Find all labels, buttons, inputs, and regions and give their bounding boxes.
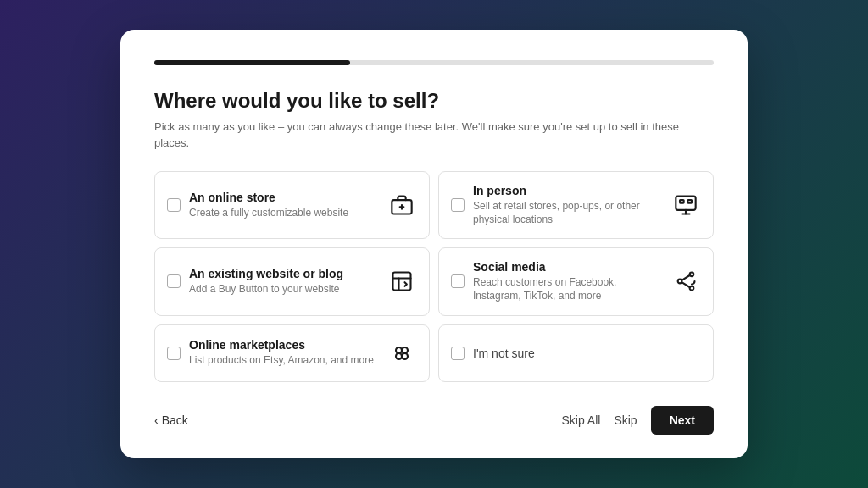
- svg-rect-8: [393, 273, 411, 291]
- option-online-store-desc: Create a fully customizable website: [189, 206, 378, 219]
- buy-button-icon: [387, 266, 417, 297]
- next-button[interactable]: Next: [651, 406, 714, 435]
- svg-rect-6: [680, 200, 684, 203]
- option-not-sure-label: I'm not sure: [473, 347, 535, 360]
- options-grid: An online store Create a fully customiza…: [154, 171, 714, 382]
- social-icon: [670, 266, 701, 297]
- footer-right: Skip All Skip Next: [561, 406, 714, 435]
- option-marketplaces-desc: List products on Etsy, Amazon, and more: [189, 353, 378, 367]
- progress-bar-container: [154, 60, 714, 65]
- pos-icon: [670, 190, 701, 220]
- page-subtitle: Pick as many as you like – you can alway…: [154, 119, 714, 150]
- skip-button[interactable]: Skip: [614, 413, 637, 427]
- checkbox-online-store[interactable]: [167, 198, 181, 212]
- footer: ‹ Back Skip All Skip Next: [154, 406, 714, 435]
- option-social-media[interactable]: Social media Reach customers on Facebook…: [438, 247, 714, 315]
- svg-line-13: [682, 283, 689, 288]
- option-in-person[interactable]: In person Sell at retail stores, pop-ups…: [438, 171, 714, 239]
- option-existing-website-desc: Add a Buy Button to your website: [189, 282, 378, 296]
- option-social-media-desc: Reach customers on Facebook, Instagram, …: [473, 275, 662, 302]
- option-in-person-desc: Sell at retail stores, pop-ups, or other…: [473, 199, 662, 226]
- modal-container: Where would you like to sell? Pick as ma…: [120, 30, 748, 458]
- checkbox-marketplaces[interactable]: [167, 347, 181, 360]
- page-title: Where would you like to sell?: [154, 89, 714, 113]
- svg-line-12: [682, 275, 689, 280]
- progress-bar-fill: [154, 60, 350, 65]
- option-not-sure[interactable]: I'm not sure: [438, 324, 714, 382]
- option-in-person-title: In person: [473, 184, 662, 197]
- back-button[interactable]: ‹ Back: [154, 413, 188, 427]
- svg-point-17: [402, 347, 408, 353]
- checkbox-existing-website[interactable]: [167, 274, 181, 288]
- svg-rect-7: [687, 200, 692, 203]
- store-icon: [387, 190, 417, 220]
- option-marketplaces-title: Online marketplaces: [189, 338, 378, 352]
- option-social-media-title: Social media: [473, 260, 662, 274]
- chevron-left-icon: ‹: [154, 413, 159, 427]
- checkbox-in-person[interactable]: [451, 198, 465, 212]
- skip-all-button[interactable]: Skip All: [561, 413, 600, 427]
- option-existing-website-title: An existing website or blog: [189, 267, 378, 280]
- checkbox-not-sure[interactable]: [451, 347, 465, 360]
- option-marketplaces[interactable]: Online marketplaces List products on Ets…: [154, 324, 430, 382]
- marketplace-icon: [387, 338, 417, 369]
- option-existing-website[interactable]: An existing website or blog Add a Buy Bu…: [154, 247, 430, 315]
- svg-point-16: [396, 353, 402, 359]
- checkbox-social-media[interactable]: [451, 274, 465, 288]
- option-online-store[interactable]: An online store Create a fully customiza…: [154, 171, 430, 239]
- svg-rect-3: [676, 197, 695, 210]
- option-online-store-title: An online store: [189, 191, 378, 204]
